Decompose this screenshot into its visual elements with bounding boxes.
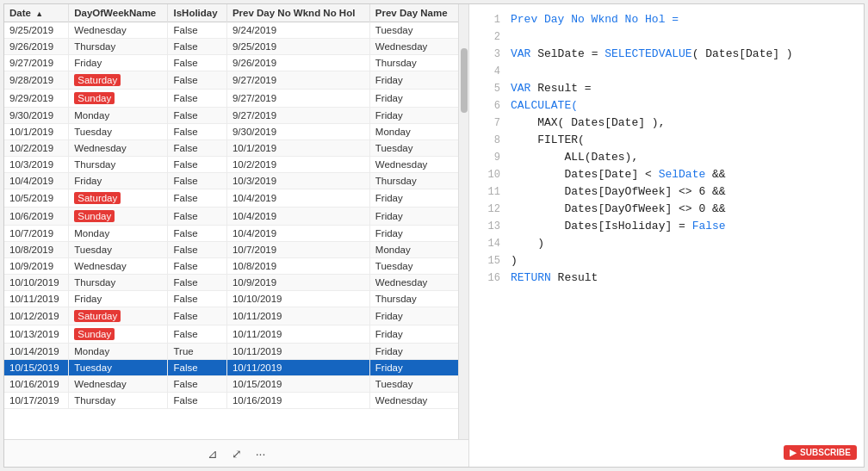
code-token: &&	[705, 168, 725, 181]
code-line: 8 FILTER(	[480, 132, 853, 149]
table-header-row: Date ▲ DayOfWeekName IsHoliday Prev Day …	[4, 4, 458, 22]
code-line: 7 MAX( Dates[Date] ),	[480, 115, 853, 132]
table-row[interactable]: 10/1/2019TuesdayFalse9/30/2019Monday	[4, 124, 458, 140]
table-row[interactable]: 10/7/2019MondayFalse10/4/2019Friday	[4, 226, 458, 242]
code-token: Result =	[537, 82, 591, 95]
code-content: Prev Day No Wknd No Hol =	[511, 11, 679, 28]
line-number: 9	[480, 149, 500, 166]
code-content: VAR SelDate = SELECTEDVALUE( Dates[Date]…	[511, 46, 793, 63]
line-number: 14	[480, 235, 500, 252]
table-row[interactable]: 10/4/2019FridayFalse10/3/2019Thursday	[4, 173, 458, 189]
dow-cell-highlight: Sunday	[74, 92, 115, 104]
subscribe-icon: ▶	[790, 448, 797, 457]
line-number: 5	[480, 80, 500, 97]
code-content: RETURN Result	[511, 270, 598, 287]
subscribe-button[interactable]: ▶SUBSCRIBE	[784, 445, 857, 460]
code-line: 5VAR Result =	[480, 80, 853, 97]
table-row[interactable]: 9/28/2019SaturdayFalse9/27/2019Friday	[4, 71, 458, 90]
col-prevname[interactable]: Prev Day Name	[369, 4, 458, 22]
table-row[interactable]: 9/25/2019WednesdayFalse9/24/2019Tuesday	[4, 22, 458, 39]
code-line: 6CALCULATE(	[480, 97, 853, 115]
table-row[interactable]: 10/5/2019SaturdayFalse10/4/2019Friday	[4, 189, 458, 208]
table-scroll[interactable]: Date ▲ DayOfWeekName IsHoliday Prev Day …	[4, 4, 468, 439]
code-token: VAR	[511, 82, 537, 95]
col-isholiday[interactable]: IsHoliday	[168, 4, 226, 22]
table-row[interactable]: 10/2/2019WednesdayFalse10/1/2019Tuesday	[4, 140, 458, 157]
table-row[interactable]: 10/10/2019ThursdayFalse10/9/2019Wednesda…	[4, 275, 458, 291]
line-number: 16	[480, 270, 500, 287]
code-line: 15)	[480, 252, 853, 270]
code-content: MAX( Dates[Date] ),	[511, 115, 665, 132]
code-line: 1Prev Day No Wknd No Hol =	[480, 11, 853, 28]
code-token: False	[692, 220, 726, 232]
filter-icon[interactable]: ⊿	[208, 447, 218, 461]
table-row[interactable]: 9/27/2019FridayFalse9/26/2019Thursday	[4, 55, 458, 71]
line-number: 1	[480, 11, 500, 28]
code-line: 14 )	[480, 235, 853, 252]
data-table: Date ▲ DayOfWeekName IsHoliday Prev Day …	[4, 4, 458, 409]
main-container: Date ▲ DayOfWeekName IsHoliday Prev Day …	[3, 3, 865, 468]
table-toolbar: ⊿ ⤢ ···	[4, 439, 468, 467]
more-options-icon[interactable]: ···	[256, 447, 266, 461]
code-content: Dates[Date] < SelDate &&	[511, 166, 726, 183]
line-number: 10	[480, 166, 500, 183]
table-row[interactable]: 9/26/2019ThursdayFalse9/25/2019Wednesday	[4, 39, 458, 55]
code-token: =	[585, 47, 604, 60]
code-line: 16RETURN Result	[480, 270, 853, 287]
code-content: )	[511, 235, 544, 252]
col-date[interactable]: Date ▲	[4, 4, 69, 22]
table-row[interactable]: 9/30/2019MondayFalse9/27/2019Friday	[4, 108, 458, 124]
table-row[interactable]: 10/9/2019WednesdayFalse10/8/2019Tuesday	[4, 258, 458, 275]
line-number: 15	[480, 252, 500, 270]
code-token: ALL(Dates),	[511, 151, 638, 164]
code-token: )	[511, 254, 518, 267]
line-number: 2	[480, 28, 500, 46]
code-content: CALCULATE(	[511, 97, 578, 115]
table-row[interactable]: 10/17/2019ThursdayFalse10/16/2019Wednesd…	[4, 393, 458, 409]
table-row[interactable]: 10/6/2019SundayFalse10/4/2019Friday	[4, 208, 458, 226]
subscribe-label: SUBSCRIBE	[800, 448, 851, 457]
code-line: 4	[480, 63, 853, 80]
code-token: Dates[DayOfWeek] <> 0 &&	[511, 202, 726, 215]
code-token: FILTER(	[511, 133, 585, 146]
line-number: 7	[480, 115, 500, 132]
code-token: Dates[IsHoliday] =	[511, 220, 692, 232]
code-line: 12 Dates[DayOfWeek] <> 0 &&	[480, 201, 853, 218]
table-row[interactable]: 10/3/2019ThursdayFalse10/2/2019Wednesday	[4, 157, 458, 173]
table-row[interactable]: 10/12/2019SaturdayFalse10/11/2019Friday	[4, 307, 458, 325]
dow-cell-highlight: Sunday	[74, 210, 115, 222]
code-content: Dates[IsHoliday] = False	[511, 218, 726, 235]
code-token: RETURN	[511, 271, 558, 284]
dow-cell-highlight: Saturday	[74, 74, 121, 86]
code-line: 3VAR SelDate = SELECTEDVALUE( Dates[Date…	[480, 46, 853, 63]
table-row[interactable]: 10/14/2019MondayTrue10/11/2019Friday	[4, 344, 458, 360]
dow-cell-highlight: Saturday	[74, 192, 121, 204]
vertical-scrollbar[interactable]	[458, 4, 468, 439]
code-line: 2	[480, 28, 853, 46]
table-row[interactable]: 10/15/2019TuesdayFalse10/11/2019Friday	[4, 360, 458, 376]
table-row[interactable]: 10/8/2019TuesdayFalse10/7/2019Monday	[4, 242, 458, 258]
code-token: CALCULATE(	[511, 99, 578, 112]
dow-cell-highlight: Sunday	[74, 328, 115, 340]
table-row[interactable]: 10/13/2019SundayFalse10/11/2019Friday	[4, 325, 458, 344]
scrollbar-thumb[interactable]	[461, 48, 468, 114]
code-line: 13 Dates[IsHoliday] = False	[480, 218, 853, 235]
line-number: 12	[480, 201, 500, 218]
line-number: 6	[480, 97, 500, 115]
code-token: )	[511, 237, 544, 250]
sort-arrow-date: ▲	[35, 9, 43, 18]
code-token: SELECTEDVALUE	[604, 47, 691, 60]
col-dow[interactable]: DayOfWeekName	[69, 4, 168, 22]
line-number: 11	[480, 183, 500, 201]
line-number: 3	[480, 46, 500, 63]
code-token: VAR	[511, 47, 537, 60]
table-row[interactable]: 9/29/2019SundayFalse9/27/2019Friday	[4, 90, 458, 108]
col-prevdate[interactable]: Prev Day No Wknd No Hol	[226, 4, 369, 22]
code-token: ( Dates[Date] )	[692, 47, 793, 60]
expand-icon[interactable]: ⤢	[232, 447, 242, 461]
table-row[interactable]: 10/11/2019FridayFalse10/10/2019Thursday	[4, 291, 458, 307]
code-panel: 1Prev Day No Wknd No Hol =23VAR SelDate …	[469, 4, 864, 467]
table-row[interactable]: 10/16/2019WednesdayFalse10/15/2019Tuesda…	[4, 376, 458, 393]
code-token: MAX( Dates[Date] ),	[511, 116, 665, 129]
code-token: Prev Day No Wknd No Hol =	[511, 13, 679, 26]
